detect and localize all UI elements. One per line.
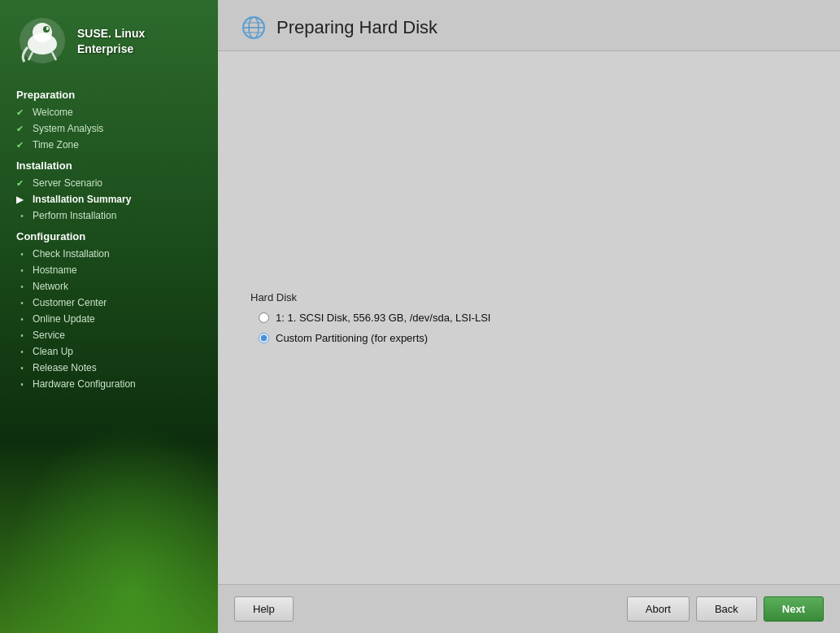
bullet-icon: • xyxy=(16,364,28,373)
bullet-icon: • xyxy=(16,331,28,340)
svg-point-7 xyxy=(45,28,47,30)
sidebar-nav: Preparation✔Welcome✔System Analysis✔Time… xyxy=(0,76,218,633)
sidebar-item-time-zone[interactable]: ✔Time Zone xyxy=(0,137,218,153)
radio-label-disk1[interactable]: 1: 1. SCSI Disk, 556.93 GB, /dev/sda, LS… xyxy=(276,312,490,324)
sidebar-item-label: Clean Up xyxy=(33,346,73,357)
sidebar-item-perform-installation[interactable]: •Perform Installation xyxy=(0,207,218,224)
main-header: Preparing Hard Disk xyxy=(218,0,840,51)
svg-point-2 xyxy=(33,23,52,42)
main-panel: Preparing Hard Disk Hard Disk 1: 1. SCSI… xyxy=(218,0,840,633)
brand-name: SUSE. Linux Enterprise xyxy=(77,26,145,55)
sidebar-item-customer-center[interactable]: •Customer Center xyxy=(0,295,218,311)
sidebar-item-welcome[interactable]: ✔Welcome xyxy=(0,104,218,120)
sidebar-item-hostname[interactable]: •Hostname xyxy=(0,262,218,278)
back-button[interactable]: Back xyxy=(696,596,757,622)
help-button[interactable]: Help xyxy=(234,596,294,622)
bullet-icon: • xyxy=(16,212,28,220)
footer-right: Abort Back Next xyxy=(627,596,824,622)
page-title: Preparing Hard Disk xyxy=(276,17,437,38)
radio-disk1[interactable] xyxy=(259,312,269,323)
sidebar-item-label: Installation Summary xyxy=(33,194,131,205)
radio-custom[interactable] xyxy=(259,333,269,343)
sidebar-item-clean-up[interactable]: •Clean Up xyxy=(0,343,218,360)
sidebar-logo: SUSE. Linux Enterprise xyxy=(0,0,218,76)
sidebar-item-release-notes[interactable]: •Release Notes xyxy=(0,360,218,376)
disk-option-custom: Custom Partitioning (for experts) xyxy=(259,332,490,344)
nav-section-preparation: Preparation xyxy=(0,82,218,104)
bullet-icon: • xyxy=(16,347,28,356)
sidebar-item-label: Network xyxy=(33,281,68,292)
sidebar-item-label: Hardware Configuration xyxy=(33,378,136,390)
checkmark-icon: ✔ xyxy=(16,124,28,134)
sidebar-item-label: Server Scenario xyxy=(33,177,102,189)
bullet-icon: • xyxy=(16,282,28,291)
next-button[interactable]: Next xyxy=(764,596,824,622)
sidebar-item-network[interactable]: •Network xyxy=(0,278,218,295)
sidebar-item-online-update[interactable]: •Online Update xyxy=(0,311,218,327)
sidebar-item-label: Check Installation xyxy=(33,248,110,260)
nav-section-installation: Installation xyxy=(0,153,218,175)
bullet-icon: • xyxy=(16,315,28,324)
disk-option-disk1: 1: 1. SCSI Disk, 556.93 GB, /dev/sda, LS… xyxy=(259,312,490,324)
chameleon-logo-icon xyxy=(16,15,69,68)
bullet-icon: • xyxy=(16,250,28,259)
sidebar-item-label: Customer Center xyxy=(33,297,107,308)
sidebar-item-label: Time Zone xyxy=(33,139,79,151)
arrow-icon: ▶ xyxy=(16,194,28,205)
sidebar-item-label: Online Update xyxy=(33,313,95,325)
sidebar: SUSE. Linux Enterprise Preparation✔Welco… xyxy=(0,0,218,633)
sidebar-item-label: Service xyxy=(33,330,65,341)
sidebar-item-check-installation[interactable]: •Check Installation xyxy=(0,246,218,262)
checkmark-icon: ✔ xyxy=(16,140,28,151)
sidebar-item-server-scenario[interactable]: ✔Server Scenario xyxy=(0,175,218,191)
bullet-icon: • xyxy=(16,299,28,308)
checkmark-icon: ✔ xyxy=(16,178,28,189)
hard-disk-label: Hard Disk xyxy=(250,291,490,303)
globe-icon xyxy=(241,15,267,41)
sidebar-item-label: System Analysis xyxy=(33,123,103,134)
abort-button[interactable]: Abort xyxy=(627,596,690,622)
sidebar-item-service[interactable]: •Service xyxy=(0,327,218,343)
sidebar-item-hardware-configuration[interactable]: •Hardware Configuration xyxy=(0,376,218,392)
nav-section-configuration: Configuration xyxy=(0,224,218,246)
sidebar-item-installation-summary[interactable]: ▶Installation Summary xyxy=(0,191,218,207)
sidebar-item-label: Welcome xyxy=(33,107,73,118)
bullet-icon: • xyxy=(16,380,28,389)
sidebar-item-label: Hostname xyxy=(33,264,77,276)
radio-label-custom[interactable]: Custom Partitioning (for experts) xyxy=(276,332,428,344)
main-footer: Help Abort Back Next xyxy=(218,584,840,633)
sidebar-item-system-analysis[interactable]: ✔System Analysis xyxy=(0,120,218,137)
main-body: Hard Disk 1: 1. SCSI Disk, 556.93 GB, /d… xyxy=(218,51,840,584)
checkmark-icon: ✔ xyxy=(16,107,28,118)
bullet-icon: • xyxy=(16,266,28,275)
sidebar-item-label: Release Notes xyxy=(33,362,97,373)
sidebar-item-label: Perform Installation xyxy=(33,210,116,221)
disk-options: 1: 1. SCSI Disk, 556.93 GB, /dev/sda, LS… xyxy=(250,312,490,344)
hard-disk-section: Hard Disk 1: 1. SCSI Disk, 556.93 GB, /d… xyxy=(250,291,490,344)
